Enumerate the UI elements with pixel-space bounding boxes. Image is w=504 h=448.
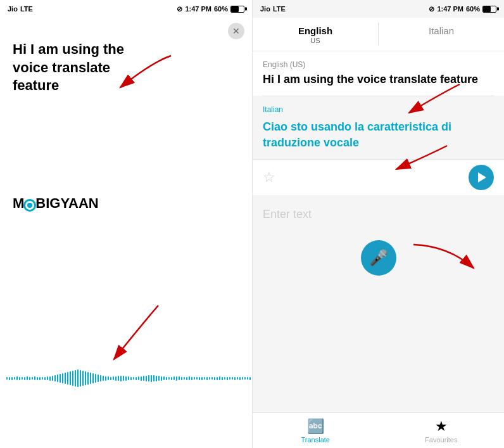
arrow-to-text <box>101 49 177 100</box>
logo-rest: BIGYAAN <box>35 195 98 211</box>
translate-nav-label: Translate <box>301 436 330 444</box>
action-bar: ☆ <box>253 159 504 195</box>
waveform <box>6 359 246 397</box>
tab-italian-label: Italian <box>429 25 454 36</box>
logo-area: MBIGYAAN <box>13 195 99 212</box>
battery-icon-right <box>482 6 496 13</box>
arrow-to-waveform <box>89 302 165 366</box>
close-icon: ✕ <box>232 26 240 36</box>
time-right: 1:47 PM <box>437 5 463 13</box>
mic-button[interactable]: 🎤 <box>361 240 396 276</box>
status-bar-right: Jio LTE ⊘ 1:47 PM 60% <box>253 0 504 18</box>
carrier-info-right: Jio LTE <box>260 5 286 13</box>
tab-english-label: English <box>298 25 332 36</box>
close-button[interactable]: ✕ <box>228 23 244 39</box>
nav-favourites[interactable]: ★ Favourites <box>379 417 505 444</box>
italian-lang-label: Italian <box>253 96 504 114</box>
status-bar-left: Jio LTE ⊘ 1:47 PM 60% <box>0 0 252 18</box>
time-left: 1:47 PM <box>185 5 211 13</box>
italian-translation-block: Italian Ciao sto usando la caratteristic… <box>253 96 504 159</box>
battery-icon-left <box>230 6 244 13</box>
enter-text-placeholder[interactable]: Enter text <box>263 208 312 221</box>
input-area: Enter text 🎤 <box>253 195 504 413</box>
battery-pct-left: 60% <box>214 5 228 13</box>
logo-m: M <box>13 195 24 211</box>
time-battery-right: ⊘ 1:47 PM 60% <box>429 5 496 13</box>
logo-o-icon <box>23 199 36 212</box>
favourites-nav-label: Favourites <box>425 436 457 444</box>
wifi-icon-left: ⊘ <box>177 5 182 13</box>
italian-translated-text: Ciao sto usando la caratteristica di tra… <box>253 117 504 159</box>
network-right: LTE <box>273 5 286 13</box>
network-left: LTE <box>20 5 33 13</box>
arrow-to-play-button <box>410 240 480 274</box>
source-lang-label: English (US) <box>263 60 494 69</box>
arrow-to-source-text <box>403 81 466 119</box>
left-content: ✕ Hi I am using the voice translate feat… <box>0 18 252 448</box>
microphone-icon: 🎤 <box>369 249 388 267</box>
battery-pct-right: 60% <box>466 5 480 13</box>
carrier-info-left: Jio LTE <box>8 5 33 13</box>
time-battery-left: ⊘ 1:47 PM 60% <box>177 5 244 13</box>
play-icon <box>478 172 486 182</box>
tab-italian[interactable]: Italian <box>379 18 504 51</box>
bottom-nav: 🔤 Translate ★ Favourites <box>253 413 504 448</box>
nav-translate[interactable]: 🔤 Translate <box>253 417 379 444</box>
left-panel: Jio LTE ⊘ 1:47 PM 60% ✕ Hi I am using th… <box>0 0 252 448</box>
play-button[interactable] <box>469 165 494 190</box>
carrier-left: Jio <box>8 5 18 13</box>
translation-area: English (US) Hi I am using the voice tra… <box>253 51 504 96</box>
language-switcher: English US Italian <box>253 18 504 51</box>
favourite-star-icon[interactable]: ☆ <box>263 169 275 186</box>
carrier-right: Jio <box>260 5 270 13</box>
wifi-icon-right: ⊘ <box>429 5 434 13</box>
translate-nav-icon: 🔤 <box>307 418 324 435</box>
favourites-nav-icon: ★ <box>435 418 448 435</box>
tab-english-sublabel: US <box>253 37 378 44</box>
waveform-area <box>0 359 252 397</box>
arrow-to-italian-label <box>390 143 453 174</box>
tab-english[interactable]: English US <box>253 18 378 51</box>
right-panel: Jio LTE ⊘ 1:47 PM 60% English US Italian… <box>252 0 504 448</box>
